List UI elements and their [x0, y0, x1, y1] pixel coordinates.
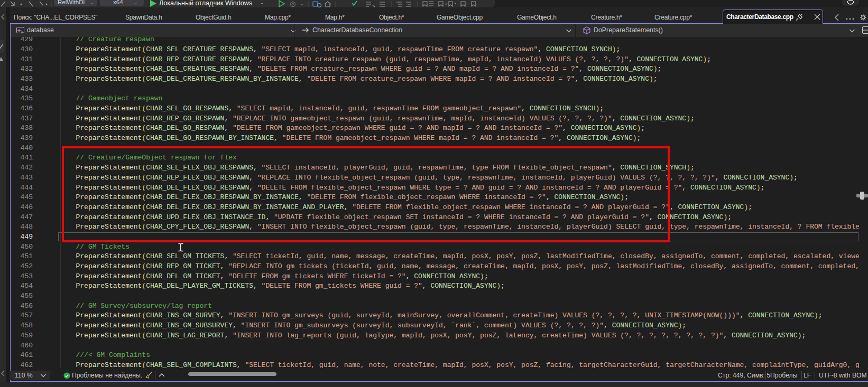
svg-text:RelWithDl: RelWithDl: [58, 0, 85, 5]
svg-text:⌄: ⌄: [300, 2, 304, 6]
svg-text:Локальный отладчик Windows: Локальный отладчик Windows: [159, 0, 252, 7]
svg-text:⌄: ⌄: [90, 1, 94, 5]
svg-text:x64: x64: [113, 0, 123, 5]
svg-text:⌄: ⌄: [134, 1, 137, 5]
svg-text:⌄: ⌄: [260, 1, 264, 5]
